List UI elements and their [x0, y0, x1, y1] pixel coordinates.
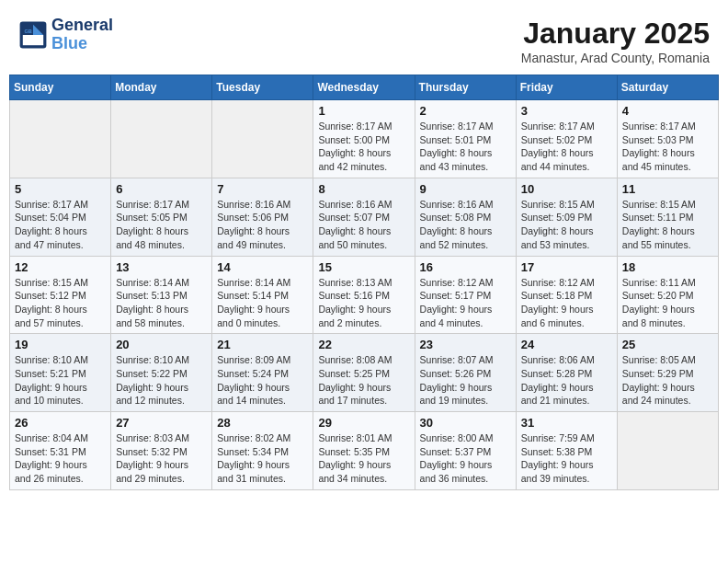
- subtitle: Manastur, Arad County, Romania: [521, 51, 710, 65]
- day-number: 29: [318, 416, 409, 430]
- title-block: January 2025 Manastur, Arad County, Roma…: [521, 17, 710, 65]
- day-number: 3: [521, 104, 612, 118]
- day-number: 30: [420, 416, 511, 430]
- day-info: Sunrise: 8:14 AM Sunset: 5:14 PM Dayligh…: [217, 276, 308, 330]
- calendar-cell: 5Sunrise: 8:17 AM Sunset: 5:04 PM Daylig…: [10, 178, 111, 256]
- day-number: 4: [622, 104, 713, 118]
- day-info: Sunrise: 8:02 AM Sunset: 5:34 PM Dayligh…: [217, 431, 308, 486]
- calendar-cell: 17Sunrise: 8:12 AM Sunset: 5:18 PM Dayli…: [516, 256, 617, 334]
- day-info: Sunrise: 8:12 AM Sunset: 5:17 PM Dayligh…: [420, 276, 511, 330]
- day-number: 22: [318, 338, 409, 351]
- day-info: Sunrise: 8:04 AM Sunset: 5:31 PM Dayligh…: [15, 431, 106, 486]
- day-info: Sunrise: 8:17 AM Sunset: 5:00 PM Dayligh…: [318, 120, 409, 174]
- weekday-header-monday: Monday: [111, 75, 212, 100]
- calendar-cell: 6Sunrise: 8:17 AM Sunset: 5:05 PM Daylig…: [111, 178, 212, 256]
- day-number: 15: [318, 260, 409, 274]
- day-number: 14: [217, 260, 308, 274]
- day-number: 2: [420, 104, 511, 118]
- calendar-cell: 19Sunrise: 8:10 AM Sunset: 5:21 PM Dayli…: [10, 334, 111, 412]
- calendar-cell: 28Sunrise: 8:02 AM Sunset: 5:34 PM Dayli…: [212, 412, 313, 490]
- svg-marker-3: [23, 35, 33, 45]
- day-info: Sunrise: 8:10 AM Sunset: 5:21 PM Dayligh…: [15, 353, 106, 408]
- day-number: 7: [217, 182, 308, 196]
- calendar-header: SundayMondayTuesdayWednesdayThursdayFrid…: [10, 75, 719, 100]
- calendar-cell: 21Sunrise: 8:09 AM Sunset: 5:24 PM Dayli…: [212, 334, 313, 412]
- calendar-cell: [617, 412, 718, 490]
- day-info: Sunrise: 8:16 AM Sunset: 5:08 PM Dayligh…: [420, 198, 511, 252]
- day-info: Sunrise: 7:59 AM Sunset: 5:38 PM Dayligh…: [521, 431, 612, 486]
- weekday-header-wednesday: Wednesday: [313, 75, 415, 100]
- calendar-cell: 3Sunrise: 8:17 AM Sunset: 5:02 PM Daylig…: [516, 100, 617, 178]
- day-number: 12: [15, 260, 106, 274]
- calendar-cell: 27Sunrise: 8:03 AM Sunset: 5:32 PM Dayli…: [111, 412, 212, 490]
- day-info: Sunrise: 8:00 AM Sunset: 5:37 PM Dayligh…: [420, 431, 511, 486]
- calendar-cell: 25Sunrise: 8:05 AM Sunset: 5:29 PM Dayli…: [617, 334, 718, 412]
- calendar-cell: 7Sunrise: 8:16 AM Sunset: 5:06 PM Daylig…: [212, 178, 313, 256]
- calendar-cell: 9Sunrise: 8:16 AM Sunset: 5:08 PM Daylig…: [415, 178, 516, 256]
- day-number: 25: [622, 338, 713, 351]
- calendar-cell: 13Sunrise: 8:14 AM Sunset: 5:13 PM Dayli…: [111, 256, 212, 334]
- day-info: Sunrise: 8:17 AM Sunset: 5:02 PM Dayligh…: [521, 120, 612, 174]
- day-info: Sunrise: 8:15 AM Sunset: 5:09 PM Dayligh…: [521, 198, 612, 252]
- day-number: 31: [521, 416, 612, 430]
- day-info: Sunrise: 8:05 AM Sunset: 5:29 PM Dayligh…: [622, 353, 713, 408]
- calendar-cell: 31Sunrise: 7:59 AM Sunset: 5:38 PM Dayli…: [516, 412, 617, 490]
- calendar-cell: 1Sunrise: 8:17 AM Sunset: 5:00 PM Daylig…: [313, 100, 415, 178]
- day-info: Sunrise: 8:03 AM Sunset: 5:32 PM Dayligh…: [116, 431, 207, 486]
- day-info: Sunrise: 8:01 AM Sunset: 5:35 PM Dayligh…: [318, 431, 409, 486]
- day-info: Sunrise: 8:06 AM Sunset: 5:28 PM Dayligh…: [521, 353, 612, 408]
- calendar-cell: 15Sunrise: 8:13 AM Sunset: 5:16 PM Dayli…: [313, 256, 415, 334]
- weekday-header-thursday: Thursday: [415, 75, 516, 100]
- calendar-cell: [111, 100, 212, 178]
- logo: GB GeneralBlue: [18, 17, 113, 53]
- calendar-cell: 26Sunrise: 8:04 AM Sunset: 5:31 PM Dayli…: [10, 412, 111, 490]
- day-info: Sunrise: 8:17 AM Sunset: 5:03 PM Dayligh…: [622, 120, 713, 174]
- day-info: Sunrise: 8:17 AM Sunset: 5:04 PM Dayligh…: [15, 198, 106, 252]
- day-number: 8: [318, 182, 409, 196]
- svg-text:GB: GB: [24, 28, 31, 33]
- day-number: 17: [521, 260, 612, 274]
- month-title: January 2025: [521, 17, 710, 51]
- calendar-cell: [10, 100, 111, 178]
- day-info: Sunrise: 8:08 AM Sunset: 5:25 PM Dayligh…: [318, 353, 409, 408]
- page-header: GB GeneralBlue January 2025 Manastur, Ar…: [9, 9, 719, 69]
- day-number: 27: [116, 416, 207, 430]
- day-number: 24: [521, 338, 612, 351]
- day-number: 19: [15, 338, 106, 351]
- logo-text: GeneralBlue: [51, 17, 113, 53]
- weekday-header-saturday: Saturday: [617, 75, 718, 100]
- day-info: Sunrise: 8:12 AM Sunset: 5:18 PM Dayligh…: [521, 276, 612, 330]
- calendar-cell: 30Sunrise: 8:00 AM Sunset: 5:37 PM Dayli…: [415, 412, 516, 490]
- calendar-cell: 10Sunrise: 8:15 AM Sunset: 5:09 PM Dayli…: [516, 178, 617, 256]
- calendar-cell: 12Sunrise: 8:15 AM Sunset: 5:12 PM Dayli…: [10, 256, 111, 334]
- day-info: Sunrise: 8:10 AM Sunset: 5:22 PM Dayligh…: [116, 353, 207, 408]
- day-number: 6: [116, 182, 207, 196]
- day-info: Sunrise: 8:07 AM Sunset: 5:26 PM Dayligh…: [420, 353, 511, 408]
- day-number: 18: [622, 260, 713, 274]
- day-info: Sunrise: 8:17 AM Sunset: 5:05 PM Dayligh…: [116, 198, 207, 252]
- day-info: Sunrise: 8:11 AM Sunset: 5:20 PM Dayligh…: [622, 276, 713, 330]
- day-info: Sunrise: 8:13 AM Sunset: 5:16 PM Dayligh…: [318, 276, 409, 330]
- day-info: Sunrise: 8:14 AM Sunset: 5:13 PM Dayligh…: [116, 276, 207, 330]
- day-number: 28: [217, 416, 308, 430]
- calendar-cell: 18Sunrise: 8:11 AM Sunset: 5:20 PM Dayli…: [617, 256, 718, 334]
- day-info: Sunrise: 8:15 AM Sunset: 5:11 PM Dayligh…: [622, 198, 713, 252]
- day-number: 26: [15, 416, 106, 430]
- calendar-cell: 11Sunrise: 8:15 AM Sunset: 5:11 PM Dayli…: [617, 178, 718, 256]
- day-info: Sunrise: 8:16 AM Sunset: 5:06 PM Dayligh…: [217, 198, 308, 252]
- day-info: Sunrise: 8:16 AM Sunset: 5:07 PM Dayligh…: [318, 198, 409, 252]
- calendar-cell: 4Sunrise: 8:17 AM Sunset: 5:03 PM Daylig…: [617, 100, 718, 178]
- day-number: 1: [318, 104, 409, 118]
- day-number: 23: [420, 338, 511, 351]
- day-number: 5: [15, 182, 106, 196]
- day-info: Sunrise: 8:15 AM Sunset: 5:12 PM Dayligh…: [15, 276, 106, 330]
- day-number: 20: [116, 338, 207, 351]
- calendar-cell: 2Sunrise: 8:17 AM Sunset: 5:01 PM Daylig…: [415, 100, 516, 178]
- day-number: 21: [217, 338, 308, 351]
- calendar-cell: 8Sunrise: 8:16 AM Sunset: 5:07 PM Daylig…: [313, 178, 415, 256]
- day-number: 9: [420, 182, 511, 196]
- day-info: Sunrise: 8:09 AM Sunset: 5:24 PM Dayligh…: [217, 353, 308, 408]
- svg-marker-2: [33, 35, 43, 45]
- day-number: 13: [116, 260, 207, 274]
- weekday-header-sunday: Sunday: [10, 75, 111, 100]
